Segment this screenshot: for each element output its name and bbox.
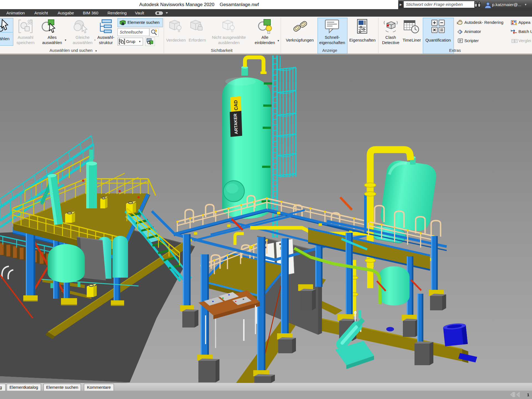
svg-text:CAD: CAD xyxy=(233,100,239,111)
svg-text:b: b xyxy=(511,29,512,32)
svg-text:1: 1 xyxy=(527,392,529,397)
